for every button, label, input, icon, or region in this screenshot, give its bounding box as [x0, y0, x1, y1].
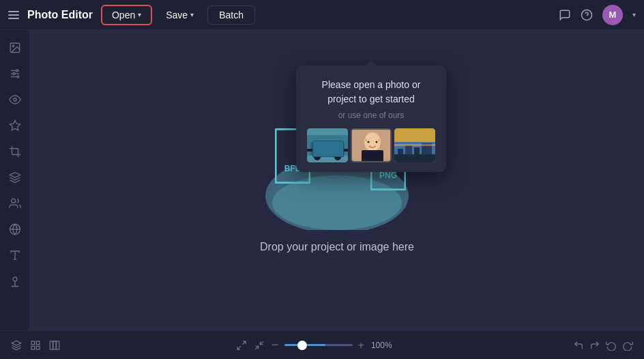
- svg-line-56: [255, 346, 259, 349]
- history-redo-icon[interactable]: [622, 340, 633, 351]
- topbar-left: Photo Editor Open ▾ Save ▾ Batch: [8, 5, 559, 25]
- svg-point-16: [11, 199, 15, 203]
- svg-point-34: [376, 141, 378, 143]
- svg-point-24: [334, 154, 341, 160]
- zoom-slider[interactable]: [284, 344, 353, 346]
- svg-rect-47: [31, 341, 35, 345]
- undo-icon[interactable]: [573, 340, 584, 351]
- sidebar-icon-text[interactable]: [4, 244, 26, 266]
- bottombar: − + 100%: [0, 330, 644, 359]
- sample-image-van[interactable]: [307, 128, 348, 162]
- svg-marker-14: [10, 121, 20, 130]
- dropdown-sub-text: or use one of ours: [307, 111, 435, 120]
- svg-rect-53: [57, 341, 59, 349]
- sidebar-icon-eye[interactable]: [4, 89, 26, 111]
- topbar-actions: Open ▾ Save ▾ Batch: [101, 5, 255, 25]
- avatar[interactable]: M: [602, 5, 623, 25]
- svg-rect-50: [31, 346, 35, 349]
- sample-image-person[interactable]: [351, 128, 392, 162]
- svg-rect-21: [307, 135, 348, 156]
- sidebar-icon-filter[interactable]: [4, 218, 26, 240]
- sidebar-icon-people[interactable]: [4, 192, 26, 214]
- layers-bottom-icon[interactable]: [11, 340, 22, 351]
- history-undo-icon[interactable]: [606, 340, 617, 351]
- svg-point-33: [368, 141, 370, 143]
- topbar: Photo Editor Open ▾ Save ▾ Batch: [0, 0, 644, 30]
- sidebar: [0, 30, 30, 330]
- dropdown-main-text: Please open a photo or project to get st…: [307, 78, 435, 106]
- help-icon[interactable]: [581, 9, 593, 21]
- zoom-in-button[interactable]: +: [358, 339, 364, 351]
- svg-rect-48: [36, 341, 40, 345]
- topbar-right: M ▾: [559, 5, 636, 25]
- svg-rect-43: [394, 144, 435, 146]
- svg-rect-22: [310, 142, 345, 156]
- bottombar-left: [11, 340, 60, 351]
- svg-rect-42: [394, 154, 435, 162]
- svg-rect-25: [312, 143, 325, 150]
- svg-rect-52: [53, 341, 56, 349]
- svg-point-13: [13, 98, 16, 102]
- sidebar-icon-magic[interactable]: [4, 115, 26, 137]
- svg-marker-46: [12, 341, 20, 345]
- bottombar-center: − + 100%: [236, 338, 397, 352]
- sidebar-icon-image[interactable]: [4, 37, 26, 59]
- main-area: Please open a photo or project to get st…: [0, 30, 644, 330]
- svg-line-57: [260, 341, 263, 345]
- svg-rect-27: [307, 149, 348, 152]
- open-button[interactable]: Open ▾: [101, 5, 152, 25]
- svg-point-3: [12, 45, 14, 46]
- zoom-out-button[interactable]: −: [272, 338, 279, 352]
- svg-marker-15: [10, 173, 20, 178]
- avatar-chevron-icon[interactable]: ▾: [632, 11, 636, 18]
- open-dropdown: Please open a photo or project to get st…: [296, 66, 446, 172]
- view-toggle-icon[interactable]: [49, 340, 60, 351]
- fit-icon[interactable]: [254, 340, 265, 351]
- app-title: Photo Editor: [27, 9, 93, 21]
- svg-point-10: [16, 70, 18, 72]
- sidebar-icon-adjustments[interactable]: [4, 63, 26, 85]
- sidebar-icon-layers[interactable]: [4, 167, 26, 188]
- batch-button[interactable]: Batch: [207, 5, 255, 25]
- svg-point-11: [13, 73, 15, 75]
- svg-point-12: [17, 76, 19, 78]
- svg-rect-26: [329, 143, 338, 150]
- sidebar-icon-stamp[interactable]: [4, 270, 26, 292]
- sample-images: [307, 128, 435, 162]
- grid-icon[interactable]: [30, 340, 41, 351]
- expand-icon[interactable]: [236, 340, 247, 351]
- sidebar-icon-crop[interactable]: [4, 141, 26, 162]
- redo-icon[interactable]: [589, 340, 600, 351]
- drop-text: Drop your project or image here: [260, 241, 414, 253]
- svg-rect-30: [362, 150, 383, 162]
- svg-line-54: [242, 341, 246, 345]
- file-label-png: PNG: [379, 171, 397, 180]
- zoom-controls: − +: [272, 338, 364, 352]
- hamburger-icon[interactable]: [8, 11, 19, 19]
- zoom-percent: 100%: [371, 341, 397, 350]
- bottombar-right: [573, 340, 633, 351]
- svg-rect-20: [307, 128, 348, 162]
- svg-rect-51: [50, 341, 53, 349]
- save-chevron-icon: ▾: [190, 11, 194, 18]
- canvas-area[interactable]: Please open a photo or project to get st…: [30, 30, 644, 330]
- sample-image-city[interactable]: [394, 128, 435, 162]
- svg-line-55: [237, 346, 241, 349]
- open-chevron-icon: ▾: [138, 11, 141, 18]
- svg-rect-49: [36, 346, 40, 349]
- save-button[interactable]: Save ▾: [156, 6, 203, 24]
- comment-icon[interactable]: [559, 9, 571, 21]
- svg-point-23: [314, 154, 321, 160]
